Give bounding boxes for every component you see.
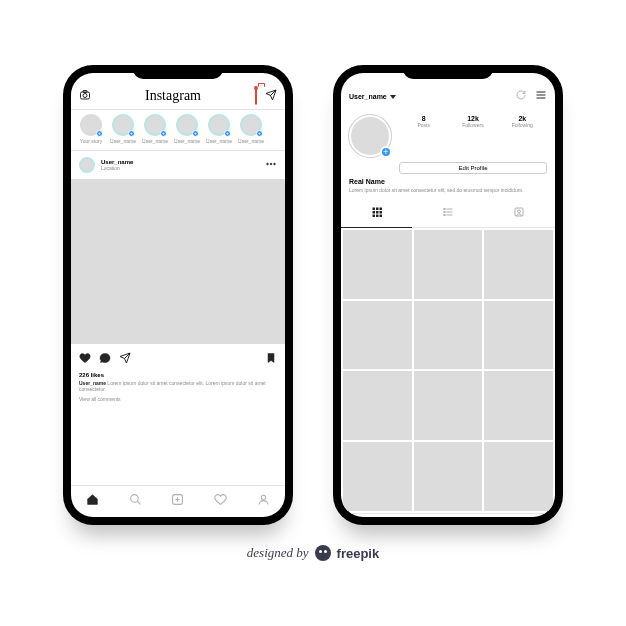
igtv-icon[interactable] [255,87,257,105]
nav-home-icon[interactable] [86,492,99,510]
story-label: Your story [80,138,102,144]
story-item[interactable]: User_name [205,114,233,144]
grid-cell[interactable] [343,442,412,511]
svg-point-1 [83,94,87,98]
post-location[interactable]: Location [101,165,133,171]
story-badge-icon [128,130,135,137]
profile-username[interactable]: User_name [349,93,396,100]
tagged-icon [513,206,525,218]
tab-grid[interactable] [341,199,412,228]
list-icon [442,206,454,218]
bottom-nav [71,485,285,517]
svg-rect-11 [379,208,382,211]
grid-cell[interactable] [414,442,483,511]
story-item[interactable]: User_name [173,114,201,144]
bookmark-icon[interactable] [265,350,277,368]
post-actions [71,344,285,370]
grid-cell[interactable] [414,301,483,370]
svg-point-3 [267,163,269,165]
profile-tabs [341,199,555,228]
profile-grid [341,228,555,513]
svg-rect-19 [446,209,452,210]
edit-profile-button[interactable]: Edit Profile [399,162,547,174]
post-caption: User_name Lorem ipsum dolor sit amet con… [79,380,277,393]
svg-point-25 [518,210,521,213]
notch [403,65,493,79]
tab-list[interactable] [412,199,483,228]
svg-rect-18 [443,208,445,210]
grid-cell[interactable] [484,371,553,440]
nav-profile-icon[interactable] [257,492,270,510]
stories-row[interactable]: Your story User_name User_name User_name… [71,110,285,150]
svg-rect-12 [372,211,375,214]
grid-cell[interactable] [484,230,553,299]
svg-rect-20 [443,211,445,213]
stat-followers[interactable]: 12k Followers [448,115,497,128]
stat-following[interactable]: 2k Following [498,115,547,128]
svg-rect-17 [379,215,382,218]
svg-rect-24 [515,208,523,216]
story-badge-icon [256,130,263,137]
view-comments-link[interactable]: View all comments [79,396,277,403]
app-title: Instagram [145,88,201,104]
story-item[interactable]: User_name [109,114,137,144]
story-label: User_name [238,138,264,144]
grid-cell[interactable] [343,371,412,440]
svg-point-6 [130,495,138,503]
profile-real-name: Real Name [349,178,547,187]
notch [133,65,223,79]
svg-rect-13 [376,211,379,214]
grid-cell[interactable] [343,230,412,299]
nav-search-icon[interactable] [129,492,142,510]
grid-cell[interactable] [414,371,483,440]
story-label: User_name [174,138,200,144]
svg-rect-9 [372,208,375,211]
svg-rect-22 [443,214,445,216]
post-header[interactable]: User_name Location [71,151,285,179]
svg-point-5 [274,163,276,165]
freepik-logo-icon [315,545,331,561]
profile-avatar[interactable]: + [349,115,391,157]
chevron-down-icon [390,95,396,99]
story-item[interactable]: User_name [237,114,265,144]
camera-icon[interactable] [79,87,91,105]
more-icon[interactable] [265,156,277,174]
grid-cell[interactable] [484,301,553,370]
grid-cell[interactable] [414,230,483,299]
attribution: designed by freepik [247,545,379,561]
like-icon[interactable] [79,350,91,368]
comment-icon[interactable] [99,350,111,368]
grid-cell[interactable] [484,442,553,511]
add-story-icon [96,130,103,137]
svg-point-4 [270,163,272,165]
grid-cell[interactable] [343,301,412,370]
story-badge-icon [192,130,199,137]
phone-profile: User_name + 8 Posts [333,65,563,525]
menu-icon[interactable] [535,87,547,105]
nav-add-icon[interactable] [171,492,184,510]
bottom-nav [341,513,555,517]
svg-rect-14 [379,211,382,214]
profile-stats: 8 Posts 12k Followers 2k Following [399,115,547,128]
refresh-icon[interactable] [515,87,527,105]
grid-icon [371,206,383,218]
story-item[interactable]: User_name [141,114,169,144]
stat-posts[interactable]: 8 Posts [399,115,448,128]
post-image[interactable] [71,179,285,344]
story-badge-icon [224,130,231,137]
profile-bio: Lorem ipsum dolor sit amet consectetur e… [349,187,547,193]
tab-tagged[interactable] [484,199,555,228]
svg-rect-15 [372,215,375,218]
story-your-story[interactable]: Your story [77,114,105,144]
likes-count[interactable]: 226 likes [79,372,277,380]
svg-rect-16 [376,215,379,218]
add-story-icon[interactable]: + [380,146,392,158]
send-icon[interactable] [265,87,277,105]
svg-rect-23 [446,215,452,216]
share-icon[interactable] [119,350,131,368]
phone-feed: Instagram Your story [63,65,293,525]
post-avatar[interactable] [79,157,95,173]
story-label: User_name [142,138,168,144]
story-badge-icon [160,130,167,137]
nav-activity-icon[interactable] [214,492,227,510]
